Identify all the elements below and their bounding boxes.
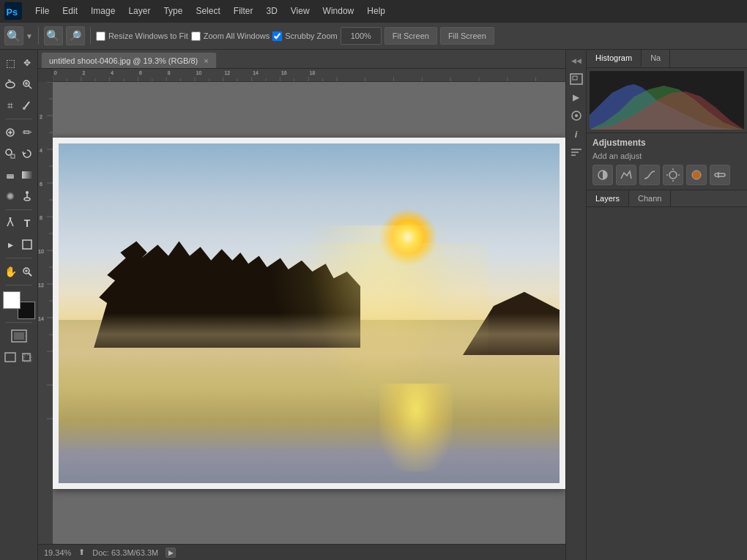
layers-content [587,207,747,560]
menu-3d[interactable]: 3D [260,4,283,18]
gradient-tool-button[interactable] [21,168,34,182]
path-select-tool-button[interactable]: ▸ [4,238,17,251]
histogram-tab[interactable]: Histogram [587,50,642,67]
color-swatches[interactable] [3,291,35,319]
svg-rect-15 [22,171,32,179]
svg-line-5 [29,86,31,89]
zoom-canvas-tool-button[interactable] [21,265,34,278]
navigator-tab[interactable]: Na [642,50,670,67]
screen-mode-button[interactable] [4,351,17,364]
hue-sat-button[interactable] [710,165,730,185]
canvas-border [53,138,565,489]
info-button[interactable]: i [568,126,584,142]
dodge-tool-button[interactable] [21,190,34,203]
svg-point-18 [24,198,30,201]
navigator-button[interactable] [568,71,584,87]
expand-collapse-button[interactable]: ◀◀ [568,53,584,69]
menu-edit[interactable]: Edit [56,4,83,18]
tool-separator-5 [6,322,32,323]
separator-1 [38,27,39,45]
move-tool-button[interactable]: ✥ [21,56,34,70]
levels-button[interactable] [616,165,636,185]
document-tab-close[interactable]: × [204,56,208,65]
canvas-with-ruler: 0 2 4 6 8 10 12 14 [38,82,565,544]
fill-screen-button[interactable]: Fill Screen [440,27,494,45]
canvas-scroll-area[interactable] [53,82,565,544]
clone-tool-button[interactable] [4,147,17,160]
svg-text:8: 8 [168,70,171,76]
exposure-button[interactable] [663,165,683,185]
resize-windows-checkbox-label[interactable]: Resize Windows to Fit [96,31,188,41]
tool-row-10: ✋ [3,261,35,282]
blur-tool-button[interactable] [4,190,17,203]
menu-filter[interactable]: Filter [228,4,259,18]
svg-text:4: 4 [40,148,42,153]
svg-text:2: 2 [82,70,85,76]
layers-tab[interactable]: Layers [587,190,629,206]
status-arrow-button[interactable]: ▶ [166,548,176,558]
channels-tab[interactable]: Chann [629,190,671,206]
document-tab[interactable]: untitled shoot-0406.jpg @ 19.3% (RGB/8) … [41,52,217,68]
zoom-out-button[interactable]: 🔎 [66,26,85,45]
brush-tool-button[interactable]: ✏ [21,126,34,139]
ruler-horizontal: 0 2 4 6 8 10 12 14 16 18 [53,69,565,81]
heal-tool-button[interactable] [4,126,17,139]
pen-tool-button[interactable] [4,217,17,230]
menu-window[interactable]: Window [317,4,360,18]
history-brush-tool-button[interactable] [21,147,34,160]
zoom-in-button[interactable]: 🔍 [44,26,63,45]
curves-button[interactable] [639,165,660,185]
properties-button[interactable] [568,108,584,124]
menu-view[interactable]: View [285,4,316,18]
tool-separator-2 [6,209,32,210]
navigator-play-button[interactable]: ▶ [568,89,584,105]
zoom-tool-group: 🔍 ▼ [4,26,33,45]
fit-screen-button[interactable]: Fit Screen [384,27,437,45]
toolbar: 🔍 ▼ 🔍 🔎 Resize Windows to Fit Zoom All W… [0,22,747,50]
sort-button[interactable] [568,144,584,160]
crop-tool-button[interactable]: ⌗ [4,99,17,112]
scrubby-zoom-checkbox[interactable] [272,31,282,41]
canvas-area: untitled shoot-0406.jpg @ 19.3% (RGB/8) … [38,50,565,560]
scrubby-zoom-label: Scrubby Zoom [285,31,338,40]
svg-text:10: 10 [38,249,44,254]
svg-point-17 [8,194,12,198]
adjustments-icons [592,165,741,185]
zoom-all-windows-checkbox-label[interactable]: Zoom All Windows [191,31,270,41]
type-tool-button[interactable]: T [21,217,34,230]
menu-layer[interactable]: Layer [122,4,156,18]
shape-tool-button[interactable] [21,238,34,251]
histogram-chart [590,71,744,130]
hand-tool-button[interactable]: ✋ [4,265,17,278]
svg-point-7 [23,107,26,110]
photo-filter-button[interactable] [686,165,707,185]
quick-mask-button[interactable] [3,326,35,346]
resize-windows-checkbox[interactable] [96,31,105,41]
quick-select-tool-button[interactable] [21,78,34,91]
tool-row-1: ⬚ ✥ [3,53,35,73]
eyedropper-tool-button[interactable] [21,99,34,112]
scrubby-zoom-checkbox-label[interactable]: Scrubby Zoom [272,31,338,41]
tool-row-8: T [3,213,35,234]
menu-image[interactable]: Image [85,4,121,18]
menu-type[interactable]: Type [157,4,188,18]
right-mini-toolbar: ◀◀ ▶ i [565,50,586,560]
zoom-tool-button[interactable]: 🔍 [4,26,23,45]
menu-file[interactable]: File [29,4,55,18]
zoom-all-windows-checkbox[interactable] [191,31,201,41]
tool-row-2 [3,74,35,94]
art-board-button[interactable] [21,351,34,364]
lasso-tool-button[interactable] [4,78,17,91]
zoom-percent-status: 19.34% [44,548,71,557]
brightness-contrast-button[interactable] [592,165,613,185]
svg-text:6: 6 [139,70,142,76]
menu-select[interactable]: Select [190,4,226,18]
eraser-tool-button[interactable] [4,168,17,182]
svg-line-6 [25,102,29,108]
marquee-tool-button[interactable]: ⬚ [4,56,17,70]
foreground-color-swatch[interactable] [3,291,21,309]
tool-row-5 [3,143,35,164]
export-icon[interactable]: ⬆ [78,548,85,557]
menu-help[interactable]: Help [361,4,391,18]
svg-text:16: 16 [281,70,287,76]
